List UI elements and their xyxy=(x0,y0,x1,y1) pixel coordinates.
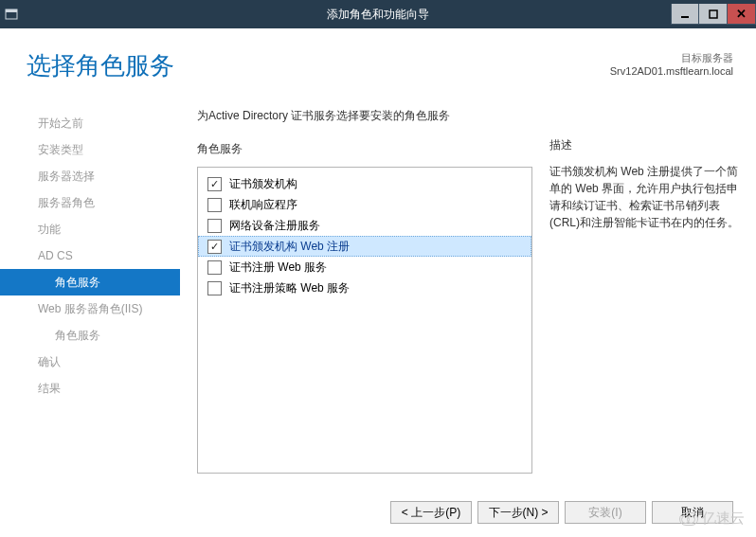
role-item[interactable]: 证书注册策略 Web 服务 xyxy=(198,277,531,298)
description-column: 描述 证书颁发机构 Web 注册提供了一个简单的 Web 界面，允许用户执行包括… xyxy=(549,108,739,483)
maximize-button[interactable] xyxy=(699,4,728,25)
target-server-label: 目标服务器 xyxy=(610,51,733,65)
window-title: 添加角色和功能向导 xyxy=(327,7,429,23)
role-item[interactable]: 证书颁发机构 xyxy=(198,173,531,194)
sidebar-item[interactable]: 服务器角色 xyxy=(0,189,180,216)
minimize-button[interactable] xyxy=(671,4,699,25)
sidebar: 开始之前安装类型服务器选择服务器角色功能AD CS角色服务Web 服务器角色(I… xyxy=(0,95,180,483)
svg-rect-1 xyxy=(6,9,17,12)
sidebar-item[interactable]: 结果 xyxy=(0,375,180,402)
role-item[interactable]: 联机响应程序 xyxy=(198,194,531,215)
svg-rect-3 xyxy=(710,10,717,18)
role-label: 证书注册策略 Web 服务 xyxy=(229,280,350,296)
content: 开始之前安装类型服务器选择服务器角色功能AD CS角色服务Web 服务器角色(I… xyxy=(0,95,756,483)
role-item[interactable]: 证书颁发机构 Web 注册 xyxy=(198,236,531,257)
description-text: 证书颁发机构 Web 注册提供了一个简单的 Web 界面，允许用户执行包括申请和… xyxy=(549,163,739,231)
titlebar: 添加角色和功能向导 ✕ xyxy=(0,0,756,28)
checkbox-icon[interactable] xyxy=(207,281,222,295)
roles-label: 角色服务 xyxy=(197,141,532,157)
sidebar-item[interactable]: 开始之前 xyxy=(0,110,180,136)
role-item[interactable]: 网络设备注册服务 xyxy=(198,215,531,236)
sidebar-item[interactable]: 服务器选择 xyxy=(0,163,180,189)
role-label: 证书注册 Web 服务 xyxy=(229,260,327,276)
checkbox-icon[interactable] xyxy=(207,260,222,275)
sidebar-item[interactable]: Web 服务器角色(IIS) xyxy=(0,295,180,322)
sidebar-item[interactable]: AD CS xyxy=(0,242,180,269)
sidebar-item[interactable]: 确认 xyxy=(0,349,180,375)
description-label: 描述 xyxy=(549,137,739,153)
role-label: 网络设备注册服务 xyxy=(229,218,320,234)
cancel-button[interactable]: 取消 xyxy=(652,501,733,524)
role-label: 联机响应程序 xyxy=(229,197,297,213)
sidebar-item[interactable]: 安装类型 xyxy=(0,136,180,163)
main-panel: 为Active Directory 证书服务选择要安装的角色服务 角色服务 证书… xyxy=(180,95,756,483)
close-button[interactable]: ✕ xyxy=(728,4,756,25)
checkbox-icon[interactable] xyxy=(207,177,222,191)
instruction-text: 为Active Directory 证书服务选择要安装的角色服务 xyxy=(197,108,532,124)
install-button[interactable]: 安装(I) xyxy=(565,501,646,524)
sidebar-item[interactable]: 角色服务 xyxy=(0,269,180,295)
footer-buttons: < 上一步(P) 下一步(N) > 安装(I) 取消 xyxy=(390,501,733,524)
target-server-name: Srv12AD01.msftlearn.local xyxy=(610,65,733,77)
roles-column: 为Active Directory 证书服务选择要安装的角色服务 角色服务 证书… xyxy=(197,108,532,483)
next-button[interactable]: 下一步(N) > xyxy=(477,501,559,524)
checkbox-icon[interactable] xyxy=(207,240,222,254)
sidebar-item[interactable]: 角色服务 xyxy=(0,322,180,349)
prev-button[interactable]: < 上一步(P) xyxy=(390,501,472,524)
role-label: 证书颁发机构 Web 注册 xyxy=(229,239,350,255)
role-item[interactable]: 证书注册 Web 服务 xyxy=(198,257,531,277)
header: 选择角色服务 目标服务器 Srv12AD01.msftlearn.local xyxy=(0,28,756,95)
checkbox-icon[interactable] xyxy=(207,219,222,233)
checkbox-icon[interactable] xyxy=(207,198,222,212)
roles-listbox[interactable]: 证书颁发机构联机响应程序网络设备注册服务证书颁发机构 Web 注册证书注册 We… xyxy=(197,167,532,474)
target-server-block: 目标服务器 Srv12AD01.msftlearn.local xyxy=(610,51,733,77)
role-label: 证书颁发机构 xyxy=(229,176,297,192)
sidebar-item[interactable]: 功能 xyxy=(0,216,180,242)
app-icon xyxy=(0,0,23,28)
window-controls: ✕ xyxy=(671,4,756,25)
